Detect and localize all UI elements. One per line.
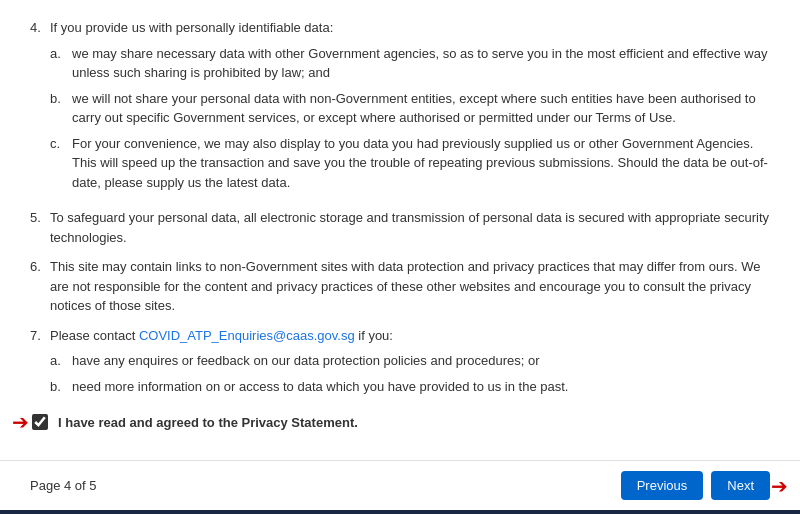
- arrow-left-icon: ➔: [12, 410, 29, 434]
- dark-footer: [0, 510, 800, 514]
- sub-text-7b: need more information on or access to da…: [72, 377, 568, 397]
- page-info: Page 4 of 5: [30, 478, 97, 493]
- list-item-7: 7. Please contact COVID_ATP_Enquiries@ca…: [30, 326, 770, 403]
- sub-label-7b: b.: [50, 377, 66, 397]
- footer-bar: Page 4 of 5 Previous Next ➔: [0, 460, 800, 510]
- previous-button[interactable]: Previous: [621, 471, 704, 500]
- sub-text-7a: have any enquires or feedback on our dat…: [72, 351, 540, 371]
- sub-text-4b: we will not share your personal data wit…: [72, 89, 770, 128]
- policy-list: 4. If you provide us with personally ide…: [30, 18, 770, 402]
- item-number-4: 4.: [30, 18, 44, 198]
- item-number-6: 6.: [30, 257, 44, 316]
- sub-text-4c: For your convenience, we may also displa…: [72, 134, 770, 193]
- item-text-6: This site may contain links to non-Gover…: [50, 257, 770, 316]
- main-content: 4. If you provide us with personally ide…: [0, 0, 800, 460]
- email-link[interactable]: COVID_ATP_Enquiries@caas.gov.sg: [139, 328, 355, 343]
- item-content-7: Please contact COVID_ATP_Enquiries@caas.…: [50, 326, 568, 403]
- agreement-checkbox[interactable]: [32, 414, 48, 430]
- next-button[interactable]: Next: [711, 471, 770, 500]
- sub-item-4a: a. we may share necessary data with othe…: [50, 44, 770, 83]
- sub-item-7b: b. need more information on or access to…: [50, 377, 568, 397]
- sub-item-4c: c. For your convenience, we may also dis…: [50, 134, 770, 193]
- sub-item-4b: b. we will not share your personal data …: [50, 89, 770, 128]
- item-number-7: 7.: [30, 326, 44, 403]
- sub-list-4: a. we may share necessary data with othe…: [50, 44, 770, 193]
- sub-list-7: a. have any enquires or feedback on our …: [50, 351, 568, 396]
- sub-item-7a: a. have any enquires or feedback on our …: [50, 351, 568, 371]
- list-item-6: 6. This site may contain links to non-Go…: [30, 257, 770, 316]
- sub-label-4a: a.: [50, 44, 66, 83]
- item-text-before-7: Please contact: [50, 328, 139, 343]
- item-text-5: To safeguard your personal data, all ele…: [50, 208, 770, 247]
- item-number-5: 5.: [30, 208, 44, 247]
- item-content-4: If you provide us with personally identi…: [50, 18, 770, 198]
- item-text-after-7: if you:: [355, 328, 393, 343]
- sub-label-4c: c.: [50, 134, 66, 193]
- list-item-5: 5. To safeguard your personal data, all …: [30, 208, 770, 247]
- sub-label-7a: a.: [50, 351, 66, 371]
- sub-text-4a: we may share necessary data with other G…: [72, 44, 770, 83]
- item-text-4: If you provide us with personally identi…: [50, 20, 333, 35]
- sub-label-4b: b.: [50, 89, 66, 128]
- list-item-4: 4. If you provide us with personally ide…: [30, 18, 770, 198]
- footer-buttons: Previous Next ➔: [621, 471, 770, 500]
- arrow-right-icon: ➔: [771, 474, 788, 498]
- agreement-label: I have read and agreed to the Privacy St…: [58, 415, 358, 430]
- agreement-row: ➔ I have read and agreed to the Privacy …: [30, 414, 770, 430]
